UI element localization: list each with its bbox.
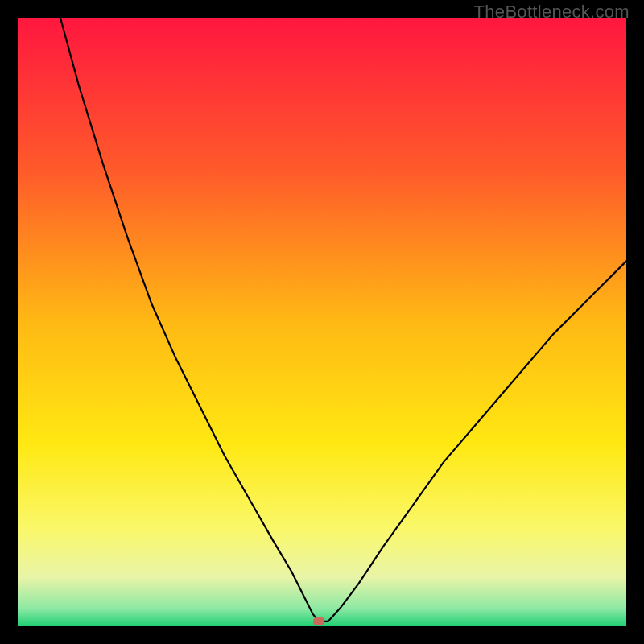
bottleneck-curve-chart xyxy=(0,0,644,644)
chart-container: TheBottleneck.com xyxy=(0,0,644,644)
